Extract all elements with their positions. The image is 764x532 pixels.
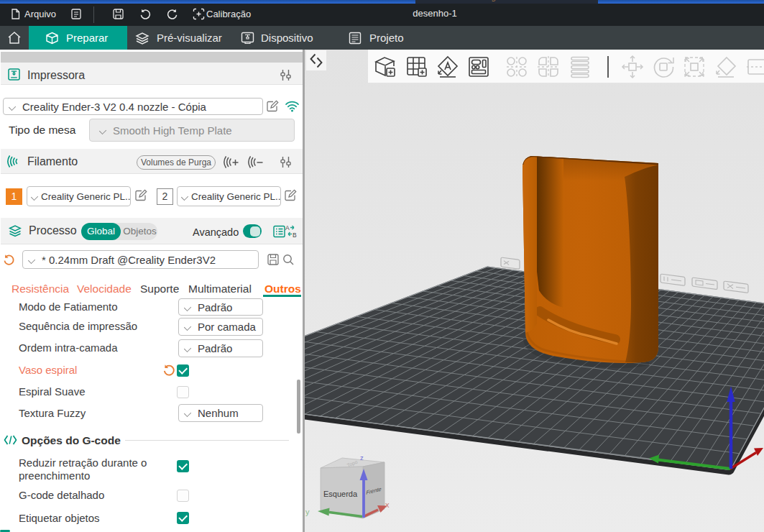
svg-text:z: z <box>360 454 364 462</box>
svg-text:A: A <box>285 224 290 231</box>
svg-text:x: x <box>385 500 390 509</box>
svg-text:y: y <box>305 508 310 516</box>
svg-text:B: B <box>293 231 297 238</box>
svg-text:Esquerda: Esquerda <box>323 490 358 498</box>
